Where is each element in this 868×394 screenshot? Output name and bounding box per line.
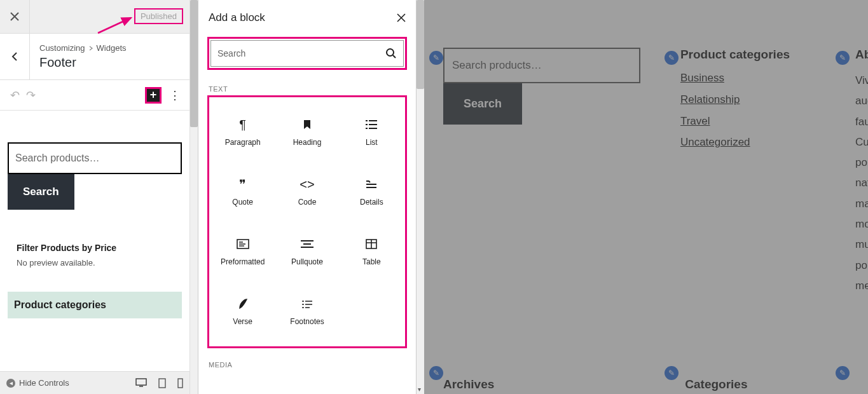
block-label: Paragraph: [225, 138, 261, 147]
chevron-left-icon: [11, 52, 18, 61]
block-footnotes[interactable]: Footnotes: [275, 282, 339, 341]
inserter-search-input[interactable]: [217, 48, 385, 58]
table-icon: [366, 237, 377, 251]
published-badge: Published: [134, 8, 183, 24]
block-table[interactable]: Table: [340, 222, 404, 282]
desktop-icon: [135, 378, 147, 387]
verse-icon: [238, 297, 248, 311]
block-label: Code: [298, 198, 317, 207]
filter-subtitle: No preview available.: [17, 258, 173, 268]
section-media-label: MEDIA: [198, 352, 416, 371]
section-text-label: TEXT: [198, 76, 416, 95]
block-verse[interactable]: Verse: [210, 282, 275, 341]
details-icon: [365, 177, 378, 191]
block-label: Heading: [293, 138, 322, 147]
block-preformatted[interactable]: Preformatted: [210, 222, 275, 282]
block-label: Footnotes: [290, 317, 324, 326]
customizer-panel: Published Customizing Widgets Footer ↶ ↷…: [0, 0, 190, 394]
footnotes-icon: [301, 297, 313, 311]
tablet-icon: [158, 378, 166, 388]
block-details[interactable]: Details: [340, 162, 404, 222]
site-preview: Search products… Search Product categori…: [424, 0, 868, 394]
block-label: List: [366, 138, 378, 147]
close-customizer-button[interactable]: [0, 0, 30, 34]
block-label: Pullquote: [291, 257, 323, 266]
filter-products-card[interactable]: Filter Products by Price No preview avai…: [8, 234, 182, 276]
search-products-input[interactable]: [9, 144, 181, 173]
preview-scrollbar-left[interactable]: [190, 0, 198, 394]
block-inserter-panel: Add a block TEXT ¶ParagraphHeadingList❞Q…: [190, 0, 424, 394]
block-label: Verse: [233, 317, 252, 326]
code-icon: <>: [300, 177, 314, 191]
device-mobile-button[interactable]: [177, 378, 183, 388]
svg-point-3: [387, 49, 394, 56]
widget-editor-body: Search Filter Products by Price No previ…: [0, 111, 189, 371]
inserter-scrollbar[interactable]: ▾: [416, 0, 424, 394]
filter-title: Filter Products by Price: [17, 243, 173, 253]
collapse-icon: ◂: [6, 379, 15, 388]
plus-icon: +: [150, 88, 157, 102]
chevron-right-icon: [89, 46, 93, 51]
pullquote-icon: [300, 237, 314, 251]
customizer-header: Customizing Widgets Footer: [0, 34, 189, 80]
more-options-button[interactable]: ⋮: [165, 88, 184, 102]
customizer-topbar: Published: [0, 0, 189, 34]
close-icon: [397, 13, 406, 22]
paragraph-icon: ¶: [239, 118, 246, 132]
product-categories-title: Product categories: [14, 299, 176, 311]
block-label: Details: [360, 198, 383, 207]
product-categories-block[interactable]: Product categories: [8, 292, 182, 318]
svg-rect-0: [136, 379, 146, 385]
block-quote[interactable]: ❞Quote: [210, 162, 275, 222]
block-pullquote[interactable]: Pullquote: [275, 222, 339, 282]
add-block-button[interactable]: +: [145, 87, 162, 104]
breadcrumb-section: Widgets: [97, 43, 127, 53]
list-icon: [365, 118, 378, 132]
undo-button[interactable]: ↶: [10, 88, 20, 102]
svg-rect-1: [159, 379, 165, 388]
block-heading[interactable]: Heading: [275, 102, 339, 162]
breadcrumb: Customizing Widgets Footer: [30, 34, 189, 70]
scroll-down-icon: ▾: [418, 386, 421, 393]
hide-controls-label: Hide Controls: [19, 378, 69, 388]
heading-icon: [301, 118, 313, 132]
inserter-title: Add a block: [209, 11, 265, 24]
device-preview-buttons: [135, 378, 183, 388]
block-label: Table: [362, 257, 381, 266]
customizer-footer: ◂ Hide Controls: [0, 371, 189, 394]
preformatted-icon: [237, 237, 249, 251]
svg-rect-2: [178, 379, 183, 388]
back-button[interactable]: [0, 34, 30, 79]
inserter-close-button[interactable]: [397, 13, 406, 22]
close-icon: [10, 12, 19, 21]
block-paragraph[interactable]: ¶Paragraph: [210, 102, 275, 162]
block-list[interactable]: List: [340, 102, 404, 162]
search-icon: [385, 48, 397, 59]
search-widget[interactable]: Search: [8, 142, 182, 210]
block-label: Quote: [232, 198, 253, 207]
device-desktop-button[interactable]: [135, 378, 147, 388]
inserter-search-wrap: [207, 37, 407, 70]
search-products-button[interactable]: Search: [8, 174, 74, 210]
hide-controls-button[interactable]: ◂ Hide Controls: [6, 378, 69, 388]
editor-toolbar: ↶ ↷ + ⋮: [0, 80, 189, 111]
block-label: Preformatted: [221, 257, 265, 266]
redo-button[interactable]: ↷: [26, 88, 36, 102]
mobile-icon: [177, 378, 183, 388]
blocks-text-grid: ¶ParagraphHeadingList❞Quote<>CodeDetails…: [207, 95, 407, 348]
kebab-icon: ⋮: [169, 89, 181, 102]
breadcrumb-root: Customizing: [39, 43, 85, 53]
device-tablet-button[interactable]: [158, 378, 166, 388]
block-code[interactable]: <>Code: [275, 162, 339, 222]
breadcrumb-title: Footer: [39, 55, 180, 70]
quote-icon: ❞: [239, 177, 246, 191]
